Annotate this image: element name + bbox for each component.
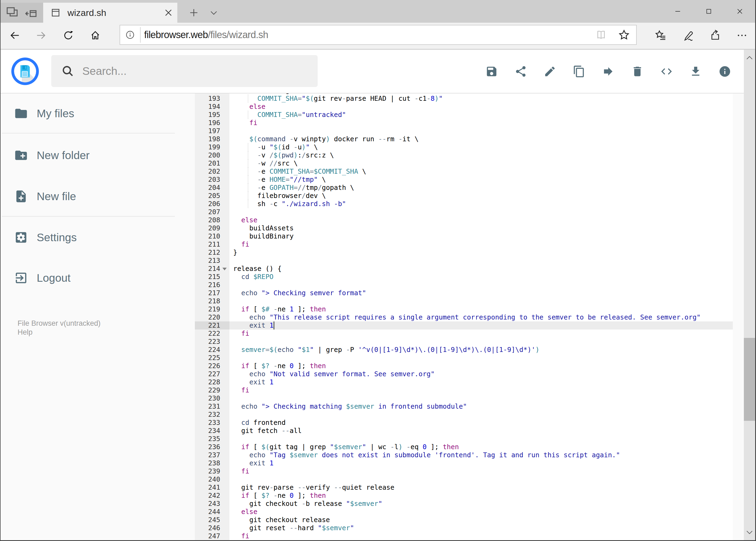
code-line-213[interactable]: 213 bbox=[195, 257, 733, 265]
code-line-246[interactable]: 246 git reset --hard "$semver" bbox=[195, 524, 733, 532]
code-line-232[interactable]: 232 bbox=[195, 410, 733, 419]
more-actions-button[interactable] bbox=[731, 26, 753, 45]
code-line-247[interactable]: 247 fi bbox=[195, 532, 733, 540]
line-number: 209 bbox=[195, 224, 220, 232]
code-line-208[interactable]: 208 else bbox=[195, 216, 733, 224]
move-button[interactable] bbox=[594, 64, 623, 79]
code-line-226[interactable]: 226 if [ $? -ne 0 ]; then bbox=[195, 362, 733, 370]
code-line-225[interactable]: 225 bbox=[195, 354, 733, 362]
download-button[interactable] bbox=[681, 64, 710, 79]
tab-list-button[interactable] bbox=[204, 3, 223, 23]
delete-button[interactable] bbox=[623, 64, 652, 79]
code-line-242[interactable]: 242 if [ $? -ne 0 ]; then bbox=[195, 492, 733, 500]
code-line-209[interactable]: 209 buildAssets bbox=[195, 224, 733, 232]
copy-button[interactable] bbox=[564, 64, 594, 79]
set-tabs-aside-button[interactable] bbox=[24, 6, 38, 20]
scrollbar-thumb[interactable] bbox=[744, 338, 755, 421]
scrollbar-down-button[interactable] bbox=[744, 524, 755, 540]
code-line-224[interactable]: 224 semver=$(echo "$1" | grep -P '^v(0|[… bbox=[195, 346, 733, 354]
code-line-205[interactable]: 205 filebrowser/dev \ bbox=[195, 192, 733, 200]
scrollbar-up-button[interactable] bbox=[744, 50, 755, 66]
raw-button[interactable] bbox=[652, 64, 681, 79]
code-line-212[interactable]: 212} bbox=[195, 249, 733, 257]
browser-tab[interactable]: wizard.sh bbox=[43, 3, 177, 23]
code-line-241[interactable]: 241 git rev-parse --verify --quiet relea… bbox=[195, 483, 733, 492]
code-line-200[interactable]: 200 -v /$(pwd):/src:z \ bbox=[195, 151, 733, 159]
code-line-207[interactable]: 207 bbox=[195, 208, 733, 216]
maximize-button[interactable] bbox=[693, 0, 724, 23]
back-button[interactable] bbox=[5, 26, 25, 45]
tab-preview-button[interactable] bbox=[5, 6, 19, 20]
info-button[interactable] bbox=[710, 64, 739, 79]
new-tab-button[interactable] bbox=[184, 3, 203, 23]
code-line-193[interactable]: 193 COMMIT_SHA="$(git rev-parse HEAD | c… bbox=[195, 95, 733, 103]
tab-close-button[interactable] bbox=[159, 4, 177, 22]
code-line-215[interactable]: 215 cd $REPO bbox=[195, 273, 733, 281]
site-info-button[interactable] bbox=[120, 30, 140, 40]
sidebar-item-my-files[interactable]: My files bbox=[1, 99, 189, 128]
code-line-236[interactable]: 236 if [ $(git tag | grep "$semver" | wc… bbox=[195, 443, 733, 451]
code-line-219[interactable]: 219 if [ $# -ne 1 ]; then bbox=[195, 305, 733, 313]
code-line-245[interactable]: 245 git checkout release bbox=[195, 516, 733, 524]
code-line-238[interactable]: 238 exit 1 bbox=[195, 459, 733, 467]
code-line-229[interactable]: 229 fi bbox=[195, 386, 733, 394]
code-line-222[interactable]: 222 fi bbox=[195, 329, 733, 337]
sidebar-item-settings[interactable]: Settings bbox=[1, 223, 189, 252]
code-line-218[interactable]: 218 bbox=[195, 297, 733, 305]
sidebar-item-logout[interactable]: Logout bbox=[1, 263, 189, 293]
sidebar-item-new-folder[interactable]: New folder bbox=[1, 141, 189, 170]
close-button[interactable] bbox=[724, 0, 755, 23]
code-line-243[interactable]: 243 git checkout -b release "$semver" bbox=[195, 500, 733, 508]
code-line-196[interactable]: 196 fi bbox=[195, 119, 733, 127]
code-line-202[interactable]: 202 -e COMMIT_SHA=$COMMIT_SHA \ bbox=[195, 168, 733, 176]
minimize-button[interactable] bbox=[662, 0, 693, 23]
web-note-button[interactable] bbox=[676, 26, 700, 45]
code-line-230[interactable]: 230 bbox=[195, 394, 733, 402]
code-line-223[interactable]: 223 bbox=[195, 337, 733, 346]
code-line-201[interactable]: 201 -w //src \ bbox=[195, 159, 733, 168]
share-button[interactable] bbox=[506, 64, 535, 79]
home-button[interactable] bbox=[85, 26, 106, 45]
hub-button[interactable] bbox=[648, 26, 673, 45]
rename-button[interactable] bbox=[535, 64, 564, 79]
code-line-237[interactable]: 237 echo "Tag $semver does not exist in … bbox=[195, 451, 733, 459]
code-line-239[interactable]: 239 fi bbox=[195, 467, 733, 475]
code-line-235[interactable]: 235 bbox=[195, 435, 733, 443]
code-line-204[interactable]: 204 -e GOPATH=//tmp/gopath \ bbox=[195, 184, 733, 192]
sidebar-item-new-file[interactable]: New file bbox=[1, 182, 189, 211]
page-scrollbar[interactable] bbox=[744, 50, 755, 540]
code-line-240[interactable]: 240 bbox=[195, 475, 733, 483]
code-line-217[interactable]: 217 echo "> Checking semver format" bbox=[195, 289, 733, 297]
code-line-206[interactable]: 206 sh -c "./wizard.sh -b" bbox=[195, 200, 733, 208]
refresh-button[interactable] bbox=[58, 26, 79, 45]
code-line-211[interactable]: 211 fi bbox=[195, 241, 733, 249]
fold-arrow-icon[interactable] bbox=[222, 268, 227, 270]
code-line-233[interactable]: 233 cd frontend bbox=[195, 419, 733, 427]
share-button[interactable] bbox=[703, 26, 727, 45]
code-line-216[interactable]: 216 bbox=[195, 281, 733, 289]
code-line-220[interactable]: 220 echo "This release script requires a… bbox=[195, 313, 733, 321]
code-line-214[interactable]: 214release () { bbox=[195, 265, 733, 273]
code-line-203[interactable]: 203 -e HOME="//tmp" \ bbox=[195, 176, 733, 184]
code-line-197[interactable]: 197 bbox=[195, 127, 733, 135]
code-line-198[interactable]: 198 $(command -v winpty) docker run --rm… bbox=[195, 135, 733, 143]
add-favorite-button[interactable] bbox=[612, 29, 636, 41]
sidebar-version-link[interactable]: File Browser v(untracked) bbox=[18, 319, 101, 328]
save-button[interactable] bbox=[477, 64, 506, 79]
code-line-210[interactable]: 210 buildBinary bbox=[195, 232, 733, 241]
search-input[interactable]: Search... bbox=[51, 55, 318, 87]
code-editor[interactable]: 192 if [ -d .git ]; then193 COMMIT_SHA="… bbox=[195, 94, 733, 541]
forward-button[interactable] bbox=[31, 26, 51, 45]
code-line-227[interactable]: 227 echo "Not valid semver format. See s… bbox=[195, 370, 733, 378]
code-line-199[interactable]: 199 -u "$(id -u)" \ bbox=[195, 143, 733, 151]
code-line-231[interactable]: 231 echo "> Checking matching $semver in… bbox=[195, 402, 733, 410]
code-line-195[interactable]: 195 COMMIT_SHA="untracked" bbox=[195, 111, 733, 119]
code-line-228[interactable]: 228 exit 1 bbox=[195, 378, 733, 386]
code-line-194[interactable]: 194 else bbox=[195, 103, 733, 111]
code-line-234[interactable]: 234 git fetch --all bbox=[195, 427, 733, 435]
sidebar-help-link[interactable]: Help bbox=[18, 328, 101, 337]
code-line-221[interactable]: 221 exit 1 bbox=[195, 321, 733, 329]
code-line-244[interactable]: 244 else bbox=[195, 508, 733, 516]
filebrowser-logo[interactable] bbox=[11, 58, 39, 85]
url-box[interactable]: filebrowser.web/files/wizard.sh bbox=[120, 25, 637, 45]
